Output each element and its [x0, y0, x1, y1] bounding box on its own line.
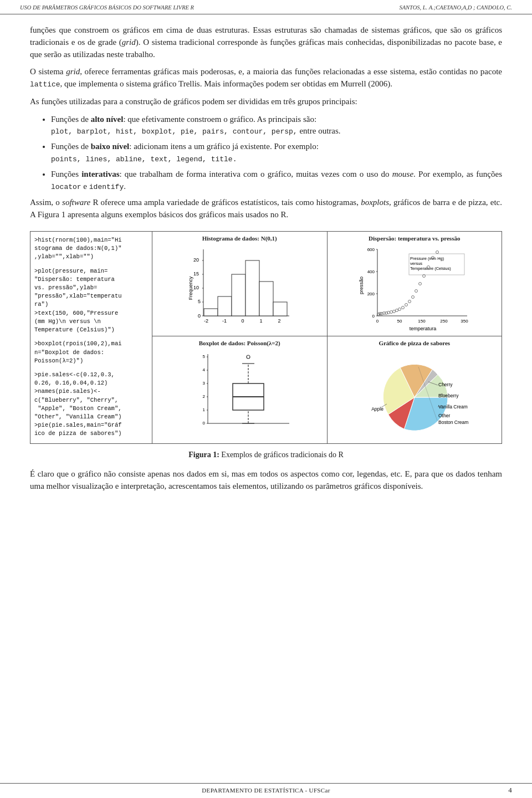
svg-text:versus: versus — [410, 261, 422, 266]
svg-text:600: 600 — [367, 247, 375, 252]
page-header: USO DE PARÂMETROS GRÁFICOS BÁSICOS DO SO… — [0, 0, 532, 14]
svg-text:150: 150 — [418, 319, 426, 324]
chart-hist-title: Histograma de dados: N(0,1) — [202, 235, 277, 242]
pie-svg: Cherry Blueberry Vanilla Cream Other Bos… — [356, 349, 473, 440]
svg-text:20: 20 — [193, 257, 199, 263]
svg-text:0: 0 — [376, 319, 379, 324]
svg-text:15: 15 — [193, 271, 199, 277]
svg-text:400: 400 — [367, 269, 375, 274]
svg-text:350: 350 — [461, 319, 468, 324]
list-item-interactive: Funções interativas: que trabalham de fo… — [51, 168, 502, 193]
svg-point-86 — [247, 355, 250, 359]
svg-text:Pressure (mm Hg): Pressure (mm Hg) — [410, 256, 444, 261]
svg-text:50: 50 — [397, 319, 402, 324]
figure-caption: Figura 1: Exemplos de gráficos tradicion… — [30, 449, 502, 461]
charts-row-1: Histograma de dados: N(0,1) 0 5 10 15 20 — [152, 232, 502, 336]
svg-text:200: 200 — [367, 291, 375, 296]
svg-text:Other: Other — [438, 413, 450, 418]
svg-point-54 — [395, 309, 398, 311]
svg-point-65 — [436, 250, 438, 253]
svg-text:0: 0 — [242, 318, 244, 324]
svg-text:-2: -2 — [204, 318, 208, 324]
chart-boxplot: Boxplot de dados: Poisson(λ=2) 0 1 2 3 4… — [152, 336, 328, 443]
svg-point-58 — [408, 300, 411, 303]
svg-text:3: 3 — [203, 381, 206, 386]
chart-boxplot-title: Boxplot de dados: Poisson(λ=2) — [199, 340, 280, 346]
svg-text:0: 0 — [198, 313, 201, 319]
svg-point-55 — [398, 308, 401, 310]
paragraph-1: funções que constroem os gráficos em cim… — [30, 24, 502, 60]
svg-rect-19 — [232, 274, 245, 316]
svg-text:Frequency: Frequency — [188, 276, 193, 300]
svg-rect-18 — [218, 296, 232, 316]
svg-text:2: 2 — [203, 394, 206, 399]
code-block-hist: >hist(rnorm(100),main="Hi stograma de da… — [34, 236, 148, 262]
svg-rect-21 — [259, 282, 273, 316]
scatter-svg: pressão 0 200 400 600 0 50 150 — [356, 244, 473, 332]
svg-text:0: 0 — [203, 421, 206, 426]
svg-text:Blueberry: Blueberry — [438, 393, 459, 398]
svg-text:Cherry: Cherry — [438, 382, 453, 387]
figure-caption-text: Exemplos de gráficos tradicionais do R — [221, 451, 343, 459]
chart-histogram: Histograma de dados: N(0,1) 0 5 10 15 20 — [152, 232, 328, 336]
svg-text:Boston Cream: Boston Cream — [438, 420, 468, 425]
header-left: USO DE PARÂMETROS GRÁFICOS BÁSICOS DO SO… — [20, 4, 194, 11]
svg-text:temperatura: temperatura — [409, 326, 436, 331]
svg-text:10: 10 — [193, 285, 199, 290]
paragraph-2: O sistema grid, oferece ferramentas gráf… — [30, 66, 502, 90]
code-block-pie: >pie.sales<-c(0.12,0.3, 0.26, 0.16,0.04,… — [34, 371, 148, 438]
svg-text:2: 2 — [278, 318, 281, 324]
svg-point-61 — [418, 282, 421, 285]
svg-rect-22 — [273, 302, 287, 316]
chart-scatter: Dispersão: temperatura vs. pressão press… — [328, 232, 502, 336]
svg-text:4: 4 — [203, 367, 206, 372]
chart-pie-title: Gráfico de pizza de sabores — [378, 340, 450, 346]
svg-text:-1: -1 — [222, 318, 227, 324]
svg-point-60 — [415, 289, 417, 292]
svg-point-52 — [390, 310, 392, 313]
page-content: funções que constroem os gráficos em cim… — [0, 14, 532, 511]
charts-row-2: Boxplot de dados: Poisson(λ=2) 0 1 2 3 4… — [152, 336, 502, 443]
footer-text: DEPARTAMENTO DE ESTATÍSTICA - UFSCar — [202, 787, 330, 794]
svg-text:1: 1 — [260, 318, 263, 324]
svg-text:5: 5 — [198, 299, 201, 304]
svg-text:1: 1 — [203, 407, 206, 412]
svg-rect-20 — [245, 260, 259, 316]
page-footer: DEPARTAMENTO DE ESTATÍSTICA - UFSCar 4 — [0, 783, 532, 798]
svg-point-59 — [411, 295, 414, 298]
function-list: Funções de alto nível: que efetivamente … — [51, 114, 502, 193]
paragraph-3: As funções utilizadas para a construção … — [30, 96, 502, 108]
header-right: SANTOS, L. A.;CAETANO,A,D ; CANDOLO, C. — [399, 4, 512, 11]
chart-scatter-title: Dispersão: temperatura vs. pressão — [369, 235, 460, 242]
code-block-plot: >plot(pressure, main= "Dispersão: temper… — [34, 267, 148, 335]
svg-text:0: 0 — [372, 314, 375, 319]
figure-charts-column: Histograma de dados: N(0,1) 0 5 10 15 20 — [152, 232, 502, 443]
chart-pie: Gráfico de pizza de sabores — [328, 336, 502, 443]
page-number: 4 — [508, 786, 512, 795]
list-item-low-level: Funções de baixo nível: adicionam itens … — [51, 141, 502, 165]
svg-text:5: 5 — [203, 354, 206, 359]
svg-text:250: 250 — [440, 319, 448, 324]
figure-box: >hist(rnorm(100),main="Hi stograma de da… — [30, 231, 502, 444]
code-block-boxplot: >boxplot(rpois(100,2),mai n="Boxplot de … — [34, 340, 148, 365]
svg-text:Temperature (Celsius): Temperature (Celsius) — [410, 266, 451, 271]
svg-rect-17 — [204, 309, 218, 316]
figure-code-column: >hist(rnorm(100),main="Hi stograma de da… — [30, 232, 152, 443]
svg-point-56 — [401, 306, 404, 309]
svg-text:pressão: pressão — [359, 277, 364, 294]
figure-caption-label: Figura 1: — [188, 451, 219, 459]
boxplot-svg: 0 1 2 3 4 5 — [187, 349, 292, 440]
svg-point-53 — [392, 310, 395, 313]
histogram-svg: 0 5 10 15 20 -2 -1 0 1 — [187, 244, 292, 332]
svg-point-57 — [405, 303, 407, 306]
paragraph-final: É claro que o gráfico não consiste apena… — [30, 468, 502, 493]
list-item-high-level: Funções de alto nível: que efetivamente … — [51, 114, 502, 138]
svg-text:Vanilla Cream: Vanilla Cream — [438, 404, 468, 410]
paragraph-4: Assim, o software R oferece uma ampla va… — [30, 197, 502, 221]
